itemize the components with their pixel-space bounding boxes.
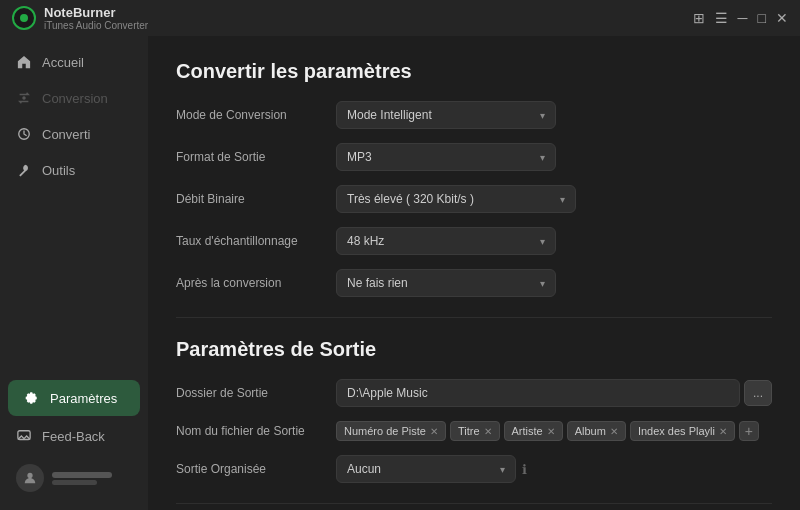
titlebar: NoteBurner iTunes Audio Converter ⊞ ☰ ─ …	[0, 0, 800, 36]
label-debit-binaire: Débit Binaire	[176, 192, 336, 206]
select-apres-conversion[interactable]: Ne fais rien ▾	[336, 269, 556, 297]
feedback-icon	[16, 428, 32, 444]
minimize-icon[interactable]: ─	[738, 10, 748, 26]
sidebar-label-converti: Converti	[42, 127, 90, 142]
sidebar: Accueil Conversion Converti	[0, 36, 148, 510]
tag-numero-piste[interactable]: Numéro de Piste ✕	[336, 421, 446, 441]
divider-2	[176, 503, 772, 504]
home-icon	[16, 54, 32, 70]
sidebar-item-conversion: Conversion	[0, 80, 148, 116]
window-controls: ⊞ ☰ ─ □ ✕	[693, 10, 788, 26]
user-sub-placeholder	[52, 480, 97, 485]
app-logo	[12, 6, 36, 30]
sidebar-label-conversion: Conversion	[42, 91, 108, 106]
tag-titre[interactable]: Titre ✕	[450, 421, 500, 441]
select-format-sortie[interactable]: MP3 ▾	[336, 143, 556, 171]
user-name-placeholder	[52, 472, 112, 478]
tag-close-index[interactable]: ✕	[719, 426, 727, 437]
settings-icon	[24, 390, 40, 406]
dossier-sortie-input[interactable]	[336, 379, 740, 407]
row-format-sortie: Format de Sortie MP3 ▾	[176, 143, 772, 171]
add-tag-button[interactable]: +	[739, 421, 759, 441]
row-dossier-sortie: Dossier de Sortie ...	[176, 379, 772, 407]
nom-fichier-tags-container: Numéro de Piste ✕ Titre ✕ Artiste ✕ Albu…	[336, 421, 772, 441]
chevron-down-icon: ▾	[540, 236, 545, 247]
menu-icon[interactable]: ☰	[715, 10, 728, 26]
control-debit-binaire: Très élevé ( 320 Kbit/s ) ▾	[336, 185, 772, 213]
tag-index-playli[interactable]: Index des Playli ✕	[630, 421, 735, 441]
select-sortie-organisee-value: Aucun	[347, 462, 381, 476]
row-mode-conversion: Mode de Conversion Mode Intelligent ▾	[176, 101, 772, 129]
maximize-icon[interactable]: □	[758, 10, 766, 26]
label-sortie-organisee: Sortie Organisée	[176, 462, 336, 476]
divider-1	[176, 317, 772, 318]
app-subtitle: iTunes Audio Converter	[44, 20, 148, 31]
main-layout: Accueil Conversion Converti	[0, 36, 800, 510]
info-icon[interactable]: ℹ	[522, 462, 527, 477]
tag-album[interactable]: Album ✕	[567, 421, 626, 441]
conversion-icon	[16, 90, 32, 106]
label-nom-fichier: Nom du fichier de Sortie	[176, 424, 336, 438]
history-icon	[16, 126, 32, 142]
row-sortie-organisee: Sortie Organisée Aucun ▾ ℹ	[176, 455, 772, 483]
chevron-down-icon: ▾	[560, 194, 565, 205]
tag-close-album[interactable]: ✕	[610, 426, 618, 437]
app-title-group: NoteBurner iTunes Audio Converter	[44, 5, 148, 31]
row-nom-fichier: Nom du fichier de Sortie Numéro de Piste…	[176, 421, 772, 441]
svg-point-0	[22, 96, 26, 100]
select-mode-conversion-value: Mode Intelligent	[347, 108, 432, 122]
label-taux-echantillonnage: Taux d'échantillonnage	[176, 234, 336, 248]
user-avatar	[16, 464, 44, 492]
control-apres-conversion: Ne fais rien ▾	[336, 269, 772, 297]
tag-close-titre[interactable]: ✕	[484, 426, 492, 437]
browse-button[interactable]: ...	[744, 380, 772, 406]
control-format-sortie: MP3 ▾	[336, 143, 772, 171]
label-format-sortie: Format de Sortie	[176, 150, 336, 164]
sidebar-label-accueil: Accueil	[42, 55, 84, 70]
control-dossier-sortie: ...	[336, 379, 772, 407]
chevron-down-icon: ▾	[540, 278, 545, 289]
select-format-sortie-value: MP3	[347, 150, 372, 164]
select-debit-binaire[interactable]: Très élevé ( 320 Kbit/s ) ▾	[336, 185, 576, 213]
svg-point-4	[27, 473, 32, 478]
app-name: NoteBurner	[44, 5, 148, 20]
sidebar-label-outils: Outils	[42, 163, 75, 178]
control-mode-conversion: Mode Intelligent ▾	[336, 101, 772, 129]
tag-close-numero[interactable]: ✕	[430, 426, 438, 437]
sidebar-label-parametres: Paramètres	[50, 391, 117, 406]
grid-icon[interactable]: ⊞	[693, 10, 705, 26]
control-sortie-organisee: Aucun ▾ ℹ	[336, 455, 772, 483]
section-conversion-title: Convertir les paramètres	[176, 60, 772, 83]
sidebar-item-outils[interactable]: Outils	[0, 152, 148, 188]
tag-close-artiste[interactable]: ✕	[547, 426, 555, 437]
select-debit-binaire-value: Très élevé ( 320 Kbit/s )	[347, 192, 474, 206]
chevron-down-icon: ▾	[540, 110, 545, 121]
select-mode-conversion[interactable]: Mode Intelligent ▾	[336, 101, 556, 129]
tag-artiste[interactable]: Artiste ✕	[504, 421, 563, 441]
user-info	[52, 472, 112, 485]
row-debit-binaire: Débit Binaire Très élevé ( 320 Kbit/s ) …	[176, 185, 772, 213]
sidebar-item-converti[interactable]: Converti	[0, 116, 148, 152]
control-taux-echantillonnage: 48 kHz ▾	[336, 227, 772, 255]
label-apres-conversion: Après la conversion	[176, 276, 336, 290]
titlebar-left: NoteBurner iTunes Audio Converter	[12, 5, 148, 31]
select-sortie-organisee[interactable]: Aucun ▾	[336, 455, 516, 483]
select-apres-conversion-value: Ne fais rien	[347, 276, 408, 290]
sidebar-item-feedback[interactable]: Feed-Back	[0, 418, 148, 454]
sidebar-item-parametres[interactable]: Paramètres	[8, 380, 140, 416]
sidebar-item-accueil[interactable]: Accueil	[0, 44, 148, 80]
close-icon[interactable]: ✕	[776, 10, 788, 26]
section-output-title: Paramètres de Sortie	[176, 338, 772, 361]
row-apres-conversion: Après la conversion Ne fais rien ▾	[176, 269, 772, 297]
label-dossier-sortie: Dossier de Sortie	[176, 386, 336, 400]
chevron-down-icon: ▾	[500, 464, 505, 475]
label-mode-conversion: Mode de Conversion	[176, 108, 336, 122]
select-taux-echantillonnage[interactable]: 48 kHz ▾	[336, 227, 556, 255]
tools-icon	[16, 162, 32, 178]
sidebar-label-feedback: Feed-Back	[42, 429, 105, 444]
chevron-down-icon: ▾	[540, 152, 545, 163]
row-taux-echantillonnage: Taux d'échantillonnage 48 kHz ▾	[176, 227, 772, 255]
select-taux-echantillonnage-value: 48 kHz	[347, 234, 384, 248]
content-area: Convertir les paramètres Mode de Convers…	[148, 36, 800, 510]
sidebar-user[interactable]	[0, 454, 148, 502]
